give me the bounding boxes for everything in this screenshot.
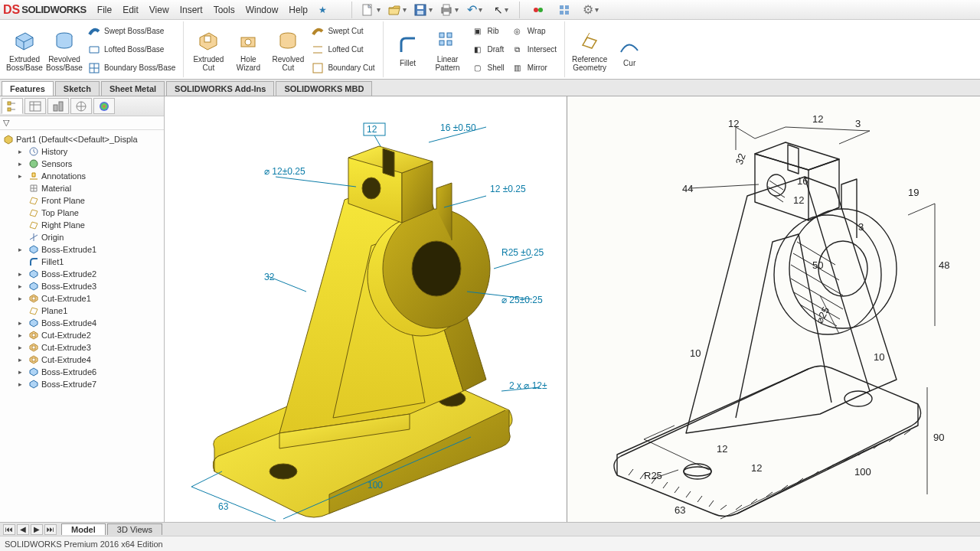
boundary-boss-button[interactable]: Boundary Boss/Base (84, 60, 178, 77)
rebuild-icon[interactable] (528, 2, 549, 18)
menu-view[interactable]: View (149, 5, 169, 15)
svg-rect-28 (59, 102, 63, 111)
svg-point-55 (684, 464, 711, 479)
menu-search-icon[interactable]: ★ (318, 5, 327, 15)
bottom-tab-3dviews[interactable]: 3D Views (107, 523, 162, 535)
mirror-icon: ▥ (511, 64, 524, 72)
svg-rect-9 (560, 5, 564, 9)
tree-root[interactable]: Part1 (Default<<Default>_Displa (2, 133, 162, 145)
menu-edit[interactable]: Edit (122, 5, 139, 15)
tree-node-history[interactable]: ▸History (2, 145, 162, 158)
intersect-button[interactable]: ⧉Intersect (508, 41, 560, 58)
tree-node-origin[interactable]: Origin (2, 231, 162, 243)
svg-rect-6 (443, 11, 449, 15)
draft-button[interactable]: ◧Draft (468, 41, 508, 58)
panel-tab-config-icon[interactable] (47, 98, 69, 114)
tree-icon (28, 244, 39, 255)
graphics-viewport[interactable]: 12 16 ±0.50 ⌀ 12±0.25 12 ±0.25 R25 ±0.25… (165, 96, 567, 522)
settings-icon[interactable]: ⚙▾ (580, 2, 601, 18)
options-icon[interactable] (554, 2, 575, 18)
swept-cut-button[interactable]: Swept Cut (308, 23, 377, 40)
tree-node-boss-extrude4[interactable]: ▸Boss-Extrude4 (2, 317, 162, 329)
extruded-boss-button[interactable]: Extruded Boss/Base (5, 22, 44, 77)
shell-button[interactable]: ▢Shell (468, 60, 508, 77)
dim-r25: R25 ±0.25 (501, 247, 544, 258)
tree-node-sensors[interactable]: ▸Sensors (2, 158, 162, 170)
sk-12d: 12 (717, 443, 727, 455)
tree-node-cut-extrude2[interactable]: ▸Cut-Extrude2 (2, 329, 162, 341)
menu-file[interactable]: File (97, 5, 112, 15)
tab-mbd[interactable]: SOLIDWORKS MBD (276, 81, 372, 96)
tab-addins[interactable]: SOLIDWORKS Add-Ins (166, 81, 274, 96)
linear-pattern-label: Linear Pattern (428, 55, 468, 72)
nav-next-icon[interactable]: ▶ (31, 524, 43, 535)
save-icon[interactable]: ▾ (412, 2, 433, 18)
curves-label: Cur (623, 59, 635, 67)
tab-sketch[interactable]: Sketch (55, 81, 100, 96)
bottom-tab-model[interactable]: Model (61, 523, 106, 535)
tree-node-plane1[interactable]: Plane1 (2, 305, 162, 317)
reference-geometry-button[interactable]: Reference Geometry (570, 22, 609, 77)
tree-node-cut-extrude4[interactable]: ▸Cut-Extrude4 (2, 354, 162, 366)
tree-node-boss-extrude2[interactable]: ▸Boss-Extrude2 (2, 268, 162, 280)
menu-insert[interactable]: Insert (180, 5, 203, 15)
tree-node-boss-extrude3[interactable]: ▸Boss-Extrude3 (2, 280, 162, 292)
wrap-button[interactable]: ◎Wrap (508, 23, 560, 40)
caret-icon: ▸ (18, 172, 26, 180)
tree-node-front-plane[interactable]: Front Plane (2, 194, 162, 207)
tree-node-cut-extrude1[interactable]: ▸Cut-Extrude1 (2, 292, 162, 305)
nav-prev-icon[interactable]: ◀ (17, 524, 29, 535)
tree-icon (28, 281, 39, 292)
caret-icon: ▸ (18, 246, 26, 253)
new-doc-icon[interactable]: ▾ (360, 2, 381, 18)
svg-rect-24 (8, 102, 11, 105)
fillet-button[interactable]: Fillet (388, 22, 428, 77)
panel-tab-feature-tree-icon[interactable] (2, 98, 23, 114)
menu-window[interactable]: Window (246, 5, 279, 15)
select-icon[interactable]: ↖▾ (490, 2, 511, 18)
tree-node-boss-extrude6[interactable]: ▸Boss-Extrude6 (2, 366, 162, 378)
print-icon[interactable]: ▾ (438, 2, 459, 18)
ribbon-group-boss: Extruded Boss/Base Revolved Boss/Base Sw… (0, 21, 184, 77)
tree-filter-icon[interactable]: ▽ (0, 116, 164, 130)
open-icon[interactable]: ▾ (386, 2, 407, 18)
linear-pattern-button[interactable]: Linear Pattern (428, 22, 468, 77)
tree-node-material-not-specified-[interactable]: Material (2, 182, 162, 194)
command-manager-tabs: Features Sketch Sheet Metal SOLIDWORKS A… (0, 80, 980, 96)
tree-icon (28, 367, 39, 377)
tree-node-boss-extrude7[interactable]: ▸Boss-Extrude7 (2, 378, 162, 390)
tab-features[interactable]: Features (2, 81, 54, 96)
lofted-boss-button[interactable]: Lofted Boss/Base (84, 41, 178, 58)
dim-63: 63 (218, 501, 229, 512)
sk-3b: 3 (858, 221, 864, 233)
tree-node-fillet1[interactable]: Fillet1 (2, 256, 162, 268)
curves-button[interactable]: Cur (609, 22, 649, 77)
tree-node-cut-extrude3[interactable]: ▸Cut-Extrude3 (2, 341, 162, 354)
menu-tools[interactable]: Tools (214, 5, 235, 15)
panel-tab-display-icon[interactable] (93, 98, 115, 114)
nav-last-icon[interactable]: ⏭ (44, 524, 57, 535)
swept-boss-button[interactable]: Swept Boss/Base (84, 23, 178, 40)
menu-help[interactable]: Help (289, 5, 308, 15)
nav-first-icon[interactable]: ⏮ (3, 524, 15, 535)
revolved-cut-button[interactable]: Revolved Cut (268, 22, 308, 77)
tree-node-right-plane[interactable]: Right Plane (2, 219, 162, 231)
hole-wizard-button[interactable]: Hole Wizard (228, 22, 268, 77)
tree-node-boss-extrude1[interactable]: ▸Boss-Extrude1 (2, 243, 162, 256)
tree-node-top-plane[interactable]: Top Plane (2, 207, 162, 219)
rib-button[interactable]: ▣Rib (468, 23, 508, 40)
mirror-button[interactable]: ▥Mirror (508, 60, 560, 77)
tree-node-annotations[interactable]: ▸Annotations (2, 170, 162, 182)
extruded-cut-button[interactable]: Extruded Cut (188, 22, 228, 77)
revolved-boss-button[interactable]: Revolved Boss/Base (44, 22, 84, 77)
boundary-cut-button[interactable]: Boundary Cut (308, 60, 377, 77)
undo-icon[interactable]: ↶▾ (464, 2, 485, 18)
sk-63: 63 (675, 504, 685, 516)
lofted-cut-button[interactable]: Lofted Cut (308, 41, 377, 58)
tree-icon (28, 232, 39, 243)
panel-tab-property-icon[interactable] (24, 98, 46, 114)
lofted-cut-icon (311, 44, 325, 56)
feature-tree[interactable]: Part1 (Default<<Default>_Displa ▸History… (0, 130, 164, 522)
tab-sheet-metal[interactable]: Sheet Metal (101, 81, 165, 96)
panel-tab-dimxpert-icon[interactable] (70, 98, 92, 114)
